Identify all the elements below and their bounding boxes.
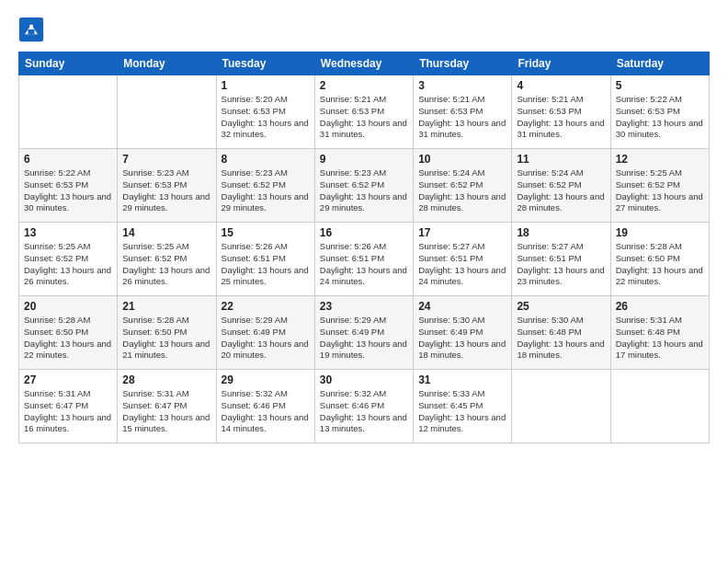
calendar-table: SundayMondayTuesdayWednesdayThursdayFrid… bbox=[18, 52, 710, 443]
calendar-cell bbox=[118, 75, 216, 149]
day-number: 11 bbox=[517, 153, 605, 166]
calendar-cell: 23Sunrise: 5:29 AM Sunset: 6:49 PM Dayli… bbox=[314, 296, 413, 370]
calendar-row: 20Sunrise: 5:28 AM Sunset: 6:50 PM Dayli… bbox=[19, 296, 710, 370]
day-number: 15 bbox=[222, 226, 310, 239]
calendar-cell: 1Sunrise: 5:20 AM Sunset: 6:53 PM Daylig… bbox=[216, 75, 314, 149]
day-info: Sunrise: 5:27 AM Sunset: 6:51 PM Dayligh… bbox=[418, 241, 506, 288]
day-number: 17 bbox=[418, 226, 506, 239]
calendar-cell: 25Sunrise: 5:30 AM Sunset: 6:48 PM Dayli… bbox=[512, 296, 610, 370]
day-number: 28 bbox=[122, 373, 210, 386]
day-info: Sunrise: 5:20 AM Sunset: 6:53 PM Dayligh… bbox=[222, 94, 310, 141]
day-number: 19 bbox=[616, 226, 704, 239]
day-number: 29 bbox=[222, 373, 310, 386]
day-info: Sunrise: 5:21 AM Sunset: 6:53 PM Dayligh… bbox=[418, 94, 506, 141]
day-info: Sunrise: 5:31 AM Sunset: 6:48 PM Dayligh… bbox=[616, 315, 704, 362]
day-info: Sunrise: 5:26 AM Sunset: 6:51 PM Dayligh… bbox=[222, 241, 310, 288]
day-info: Sunrise: 5:21 AM Sunset: 6:53 PM Dayligh… bbox=[320, 94, 408, 141]
calendar-cell: 21Sunrise: 5:28 AM Sunset: 6:50 PM Dayli… bbox=[118, 296, 216, 370]
weekday-header: Monday bbox=[118, 52, 216, 75]
calendar-cell: 30Sunrise: 5:32 AM Sunset: 6:46 PM Dayli… bbox=[314, 370, 413, 443]
day-number: 22 bbox=[222, 300, 310, 313]
day-number: 8 bbox=[222, 153, 310, 166]
calendar-cell: 18Sunrise: 5:27 AM Sunset: 6:51 PM Dayli… bbox=[512, 223, 610, 296]
day-number: 14 bbox=[122, 226, 210, 239]
day-info: Sunrise: 5:29 AM Sunset: 6:49 PM Dayligh… bbox=[222, 315, 310, 362]
day-info: Sunrise: 5:25 AM Sunset: 6:52 PM Dayligh… bbox=[122, 241, 210, 288]
day-number: 21 bbox=[122, 300, 210, 313]
day-info: Sunrise: 5:32 AM Sunset: 6:46 PM Dayligh… bbox=[222, 388, 310, 435]
weekday-header: Tuesday bbox=[216, 52, 314, 75]
day-number: 13 bbox=[24, 226, 112, 239]
day-info: Sunrise: 5:24 AM Sunset: 6:52 PM Dayligh… bbox=[418, 167, 506, 214]
page-header bbox=[18, 17, 710, 42]
weekday-header: Friday bbox=[512, 52, 610, 75]
weekday-header: Saturday bbox=[610, 52, 709, 75]
day-number: 5 bbox=[616, 79, 704, 92]
logo-icon bbox=[18, 17, 44, 42]
calendar-cell: 15Sunrise: 5:26 AM Sunset: 6:51 PM Dayli… bbox=[216, 223, 314, 296]
day-number: 3 bbox=[418, 79, 506, 92]
day-number: 24 bbox=[418, 300, 506, 313]
day-number: 25 bbox=[517, 300, 605, 313]
calendar-cell: 29Sunrise: 5:32 AM Sunset: 6:46 PM Dayli… bbox=[216, 370, 314, 443]
day-number: 2 bbox=[320, 79, 408, 92]
calendar-cell: 9Sunrise: 5:23 AM Sunset: 6:52 PM Daylig… bbox=[314, 149, 413, 223]
calendar-cell: 17Sunrise: 5:27 AM Sunset: 6:51 PM Dayli… bbox=[414, 223, 512, 296]
day-number: 10 bbox=[418, 153, 506, 166]
calendar-cell: 27Sunrise: 5:31 AM Sunset: 6:47 PM Dayli… bbox=[19, 370, 118, 443]
day-info: Sunrise: 5:26 AM Sunset: 6:51 PM Dayligh… bbox=[320, 241, 408, 288]
svg-rect-2 bbox=[28, 29, 35, 34]
day-info: Sunrise: 5:32 AM Sunset: 6:46 PM Dayligh… bbox=[320, 388, 408, 435]
calendar-cell: 4Sunrise: 5:21 AM Sunset: 6:53 PM Daylig… bbox=[512, 75, 610, 149]
day-info: Sunrise: 5:31 AM Sunset: 6:47 PM Dayligh… bbox=[24, 388, 112, 435]
day-info: Sunrise: 5:27 AM Sunset: 6:51 PM Dayligh… bbox=[517, 241, 605, 288]
day-info: Sunrise: 5:22 AM Sunset: 6:53 PM Dayligh… bbox=[24, 167, 112, 214]
day-info: Sunrise: 5:21 AM Sunset: 6:53 PM Dayligh… bbox=[517, 94, 605, 141]
calendar-cell: 6Sunrise: 5:22 AM Sunset: 6:53 PM Daylig… bbox=[19, 149, 118, 223]
day-info: Sunrise: 5:30 AM Sunset: 6:49 PM Dayligh… bbox=[418, 315, 506, 362]
calendar-cell: 16Sunrise: 5:26 AM Sunset: 6:51 PM Dayli… bbox=[314, 223, 413, 296]
svg-rect-3 bbox=[29, 25, 33, 29]
day-number: 12 bbox=[616, 153, 704, 166]
calendar-cell: 28Sunrise: 5:31 AM Sunset: 6:47 PM Dayli… bbox=[118, 370, 216, 443]
calendar-cell bbox=[19, 75, 118, 149]
weekday-header: Wednesday bbox=[314, 52, 413, 75]
day-info: Sunrise: 5:28 AM Sunset: 6:50 PM Dayligh… bbox=[616, 241, 704, 288]
weekday-header: Sunday bbox=[19, 52, 118, 75]
day-number: 20 bbox=[24, 300, 112, 313]
day-number: 31 bbox=[418, 373, 506, 386]
day-number: 16 bbox=[320, 226, 408, 239]
calendar-cell: 31Sunrise: 5:33 AM Sunset: 6:45 PM Dayli… bbox=[414, 370, 512, 443]
calendar-cell: 26Sunrise: 5:31 AM Sunset: 6:48 PM Dayli… bbox=[610, 296, 709, 370]
logo bbox=[18, 17, 48, 42]
day-info: Sunrise: 5:28 AM Sunset: 6:50 PM Dayligh… bbox=[24, 315, 112, 362]
day-info: Sunrise: 5:29 AM Sunset: 6:49 PM Dayligh… bbox=[320, 315, 408, 362]
day-info: Sunrise: 5:25 AM Sunset: 6:52 PM Dayligh… bbox=[24, 241, 112, 288]
day-info: Sunrise: 5:30 AM Sunset: 6:48 PM Dayligh… bbox=[517, 315, 605, 362]
day-info: Sunrise: 5:23 AM Sunset: 6:53 PM Dayligh… bbox=[122, 167, 210, 214]
day-info: Sunrise: 5:33 AM Sunset: 6:45 PM Dayligh… bbox=[418, 388, 506, 435]
day-number: 23 bbox=[320, 300, 408, 313]
calendar-row: 6Sunrise: 5:22 AM Sunset: 6:53 PM Daylig… bbox=[19, 149, 710, 223]
calendar-cell: 14Sunrise: 5:25 AM Sunset: 6:52 PM Dayli… bbox=[118, 223, 216, 296]
weekday-header: Thursday bbox=[414, 52, 512, 75]
day-number: 9 bbox=[320, 153, 408, 166]
day-number: 26 bbox=[616, 300, 704, 313]
day-info: Sunrise: 5:22 AM Sunset: 6:53 PM Dayligh… bbox=[616, 94, 704, 141]
calendar-cell: 3Sunrise: 5:21 AM Sunset: 6:53 PM Daylig… bbox=[414, 75, 512, 149]
calendar-row: 1Sunrise: 5:20 AM Sunset: 6:53 PM Daylig… bbox=[19, 75, 710, 149]
calendar-row: 13Sunrise: 5:25 AM Sunset: 6:52 PM Dayli… bbox=[19, 223, 710, 296]
calendar-cell: 22Sunrise: 5:29 AM Sunset: 6:49 PM Dayli… bbox=[216, 296, 314, 370]
calendar-cell: 7Sunrise: 5:23 AM Sunset: 6:53 PM Daylig… bbox=[118, 149, 216, 223]
calendar-cell: 8Sunrise: 5:23 AM Sunset: 6:52 PM Daylig… bbox=[216, 149, 314, 223]
calendar-cell: 11Sunrise: 5:24 AM Sunset: 6:52 PM Dayli… bbox=[512, 149, 610, 223]
day-number: 7 bbox=[122, 153, 210, 166]
calendar-cell: 12Sunrise: 5:25 AM Sunset: 6:52 PM Dayli… bbox=[610, 149, 709, 223]
day-number: 30 bbox=[320, 373, 408, 386]
day-info: Sunrise: 5:25 AM Sunset: 6:52 PM Dayligh… bbox=[616, 167, 704, 214]
calendar-cell bbox=[610, 370, 709, 443]
day-info: Sunrise: 5:23 AM Sunset: 6:52 PM Dayligh… bbox=[320, 167, 408, 214]
day-number: 1 bbox=[222, 79, 310, 92]
day-info: Sunrise: 5:24 AM Sunset: 6:52 PM Dayligh… bbox=[517, 167, 605, 214]
day-number: 27 bbox=[24, 373, 112, 386]
